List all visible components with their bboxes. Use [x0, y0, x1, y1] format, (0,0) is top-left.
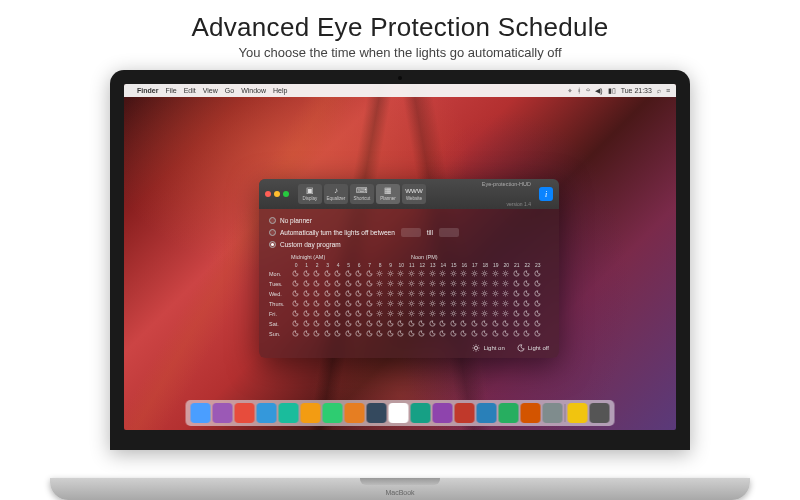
dock-app-0[interactable] — [191, 403, 211, 423]
schedule-cell[interactable] — [407, 319, 417, 328]
schedule-cell[interactable] — [386, 289, 396, 298]
dock-app-11[interactable] — [433, 403, 453, 423]
schedule-cell[interactable] — [407, 329, 417, 338]
schedule-cell[interactable] — [354, 299, 364, 308]
schedule-cell[interactable] — [449, 269, 459, 278]
option-auto[interactable]: Automatically turn the lights off betwee… — [269, 228, 549, 237]
schedule-cell[interactable] — [491, 289, 501, 298]
schedule-cell[interactable] — [354, 329, 364, 338]
schedule-cell[interactable] — [312, 309, 322, 318]
schedule-cell[interactable] — [522, 309, 532, 318]
schedule-cell[interactable] — [501, 269, 511, 278]
schedule-cell[interactable] — [459, 269, 469, 278]
dock-app-14[interactable] — [499, 403, 519, 423]
schedule-cell[interactable] — [333, 309, 343, 318]
dock-app-2[interactable] — [235, 403, 255, 423]
schedule-cell[interactable] — [501, 319, 511, 328]
schedule-cell[interactable] — [375, 319, 385, 328]
schedule-cell[interactable] — [512, 309, 522, 318]
dock-app-10[interactable] — [411, 403, 431, 423]
schedule-cell[interactable] — [470, 269, 480, 278]
close-button[interactable] — [265, 191, 271, 197]
schedule-cell[interactable] — [365, 289, 375, 298]
schedule-cell[interactable] — [491, 309, 501, 318]
schedule-cell[interactable] — [312, 329, 322, 338]
minimize-button[interactable] — [274, 191, 280, 197]
schedule-cell[interactable] — [323, 329, 333, 338]
schedule-cell[interactable] — [522, 299, 532, 308]
schedule-cell[interactable] — [438, 269, 448, 278]
schedule-cell[interactable] — [302, 269, 312, 278]
battery-icon[interactable]: ▮▯ — [608, 87, 616, 95]
schedule-cell[interactable] — [491, 279, 501, 288]
schedule-cell[interactable] — [291, 269, 301, 278]
schedule-cell[interactable] — [480, 289, 490, 298]
schedule-cell[interactable] — [312, 299, 322, 308]
schedule-cell[interactable] — [480, 269, 490, 278]
schedule-cell[interactable] — [428, 279, 438, 288]
dock-app-13[interactable] — [477, 403, 497, 423]
schedule-cell[interactable] — [512, 329, 522, 338]
schedule-cell[interactable] — [438, 289, 448, 298]
schedule-cell[interactable] — [354, 289, 364, 298]
schedule-cell[interactable] — [428, 319, 438, 328]
dock-app-4[interactable] — [279, 403, 299, 423]
schedule-cell[interactable] — [428, 269, 438, 278]
time-from-input[interactable] — [401, 228, 421, 237]
dock-app-17[interactable] — [568, 403, 588, 423]
tab-shortcut[interactable]: ⌨Shortcut — [350, 184, 374, 204]
schedule-cell[interactable] — [365, 329, 375, 338]
schedule-cell[interactable] — [522, 329, 532, 338]
schedule-cell[interactable] — [470, 329, 480, 338]
schedule-cell[interactable] — [449, 319, 459, 328]
schedule-cell[interactable] — [354, 279, 364, 288]
schedule-cell[interactable] — [396, 279, 406, 288]
schedule-cell[interactable] — [365, 299, 375, 308]
schedule-cell[interactable] — [533, 329, 543, 338]
tab-planner[interactable]: ▦Planner — [376, 184, 400, 204]
schedule-cell[interactable] — [459, 289, 469, 298]
schedule-cell[interactable] — [323, 289, 333, 298]
schedule-cell[interactable] — [344, 309, 354, 318]
menu-help[interactable]: Help — [273, 87, 287, 94]
schedule-cell[interactable] — [323, 299, 333, 308]
schedule-cell[interactable] — [459, 309, 469, 318]
dock-app-15[interactable] — [521, 403, 541, 423]
menu-icon[interactable]: ≡ — [666, 87, 670, 94]
schedule-cell[interactable] — [407, 289, 417, 298]
schedule-cell[interactable] — [512, 289, 522, 298]
menubar-app[interactable]: Finder — [137, 87, 158, 94]
wifi-icon[interactable]: ⌔ — [586, 87, 590, 94]
schedule-cell[interactable] — [522, 289, 532, 298]
dock-app-1[interactable] — [213, 403, 233, 423]
schedule-cell[interactable] — [365, 309, 375, 318]
tab-website[interactable]: wwwWebsite — [402, 184, 426, 204]
schedule-cell[interactable] — [323, 319, 333, 328]
schedule-cell[interactable] — [396, 269, 406, 278]
schedule-cell[interactable] — [533, 309, 543, 318]
schedule-cell[interactable] — [449, 289, 459, 298]
schedule-cell[interactable] — [449, 279, 459, 288]
schedule-cell[interactable] — [491, 269, 501, 278]
schedule-cell[interactable] — [375, 289, 385, 298]
schedule-cell[interactable] — [459, 299, 469, 308]
schedule-cell[interactable] — [459, 319, 469, 328]
menu-edit[interactable]: Edit — [184, 87, 196, 94]
schedule-cell[interactable] — [533, 279, 543, 288]
schedule-cell[interactable] — [407, 269, 417, 278]
schedule-cell[interactable] — [522, 319, 532, 328]
schedule-cell[interactable] — [396, 329, 406, 338]
schedule-cell[interactable] — [407, 299, 417, 308]
schedule-cell[interactable] — [344, 299, 354, 308]
schedule-cell[interactable] — [375, 269, 385, 278]
schedule-cell[interactable] — [344, 289, 354, 298]
schedule-cell[interactable] — [386, 329, 396, 338]
schedule-cell[interactable] — [365, 319, 375, 328]
schedule-cell[interactable] — [428, 289, 438, 298]
dock-app-7[interactable] — [345, 403, 365, 423]
schedule-cell[interactable] — [386, 269, 396, 278]
schedule-cell[interactable] — [365, 279, 375, 288]
schedule-cell[interactable] — [375, 279, 385, 288]
schedule-cell[interactable] — [375, 299, 385, 308]
schedule-cell[interactable] — [480, 299, 490, 308]
